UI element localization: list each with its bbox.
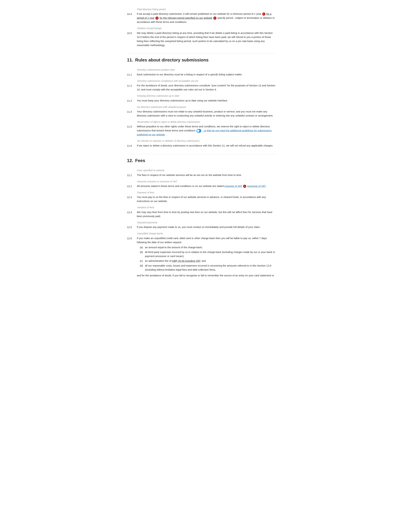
clause-10-5-container: Deletion of paid listings 10.5 We may de… <box>127 26 276 47</box>
clause-12-5-label: Disputed payments <box>137 221 276 224</box>
clause-12-4-label: Variation of fees <box>137 206 276 209</box>
toggle-arrow-icon: › <box>200 129 201 133</box>
clause-11-6-row: 11.6 If we reject or delete a directory … <box>127 144 276 148</box>
clause-11-4-label: No directory submission with unlawful pu… <box>137 105 276 109</box>
clause-12-2-label: Amounts inclusive or exclusive of VAT <box>137 180 276 183</box>
clause-12-3-row: 12.3 You must pay to us the fees in resp… <box>127 195 276 203</box>
clause-11-6-container: No refunds on rejection or deletion of d… <box>127 139 276 148</box>
clause-11-2-container: Directory submissions compliance with ac… <box>127 79 276 92</box>
clause-12-2-inclusive: inclusive of VAT <box>224 184 242 187</box>
clause-11-3-row: 11.3 You must keep your directory submis… <box>127 99 276 103</box>
list-text-c: an administration fee of GBP 25.00 inclu… <box>145 259 206 263</box>
clause-10-5-label: Deletion of paid listings <box>137 26 276 30</box>
clause-11-1-container: Directory submissions positive rules 11.… <box>127 68 276 76</box>
clause-10-4-num: 10.4 <box>127 12 137 24</box>
list-text-b: all third party expenses incurred by us … <box>145 250 276 258</box>
clause-11-1-text: Each submission to our directory must be… <box>137 72 276 77</box>
clause-11-5-row: 11.5 Without prejudice to our other righ… <box>127 124 276 137</box>
clause-12-4-row: 12.4 We may vary fees from time to time … <box>127 210 276 218</box>
clause-10-4-text: If we accept a paid directory submission… <box>137 12 276 24</box>
clause-12-6-list: (a) an amount equal to the amount of the… <box>140 245 276 272</box>
or-badge-12-2: or <box>243 185 246 188</box>
clause-12-4-container: Variation of fees 12.4 We may vary fees … <box>127 206 276 218</box>
clause-12-1-text: The fees in respect of our website servi… <box>137 173 276 177</box>
clause-11-4-text: Your directory submissions must not rela… <box>137 109 276 118</box>
clause-12-6-final: and for the avoidance of doubt, if you f… <box>137 273 276 278</box>
clause-11-4-row: 11.4 Your directory submissions must not… <box>127 109 276 118</box>
clause-12-1-label: Fees specified on website <box>137 168 276 172</box>
clause-10-4-row: 10.4 If we accept a paid directory submi… <box>127 12 276 24</box>
clause-12-6-row: 12.6 If you make an unjustified credit c… <box>127 236 276 278</box>
list-text-a: an amount equal to the amount of the cha… <box>145 245 202 249</box>
clause-12-6-text: If you make an unjustified credit card, … <box>137 236 276 278</box>
list-text-d: all our reasonable costs, losses and exp… <box>145 264 276 272</box>
list-letter-b: (b) <box>140 250 144 258</box>
list-letter-c: (c) <box>140 259 144 263</box>
clause-11-5-text: Without prejudice to our other rights un… <box>137 124 276 137</box>
clause-12-5-num: 12.5 <box>127 225 137 229</box>
clause-11-4-container: No directory submission with unlawful pu… <box>127 105 276 118</box>
clause-11-6-label: No refunds on rejection or deletion of d… <box>137 139 276 143</box>
clause-12-6-label: Unjustified charge-backs <box>137 232 276 235</box>
list-letter-d: (d) <box>140 264 144 272</box>
list-item-a: (a) an amount equal to the amount of the… <box>140 245 276 249</box>
clause-11-4-num: 11.4 <box>127 109 137 118</box>
clause-12-6-num: 12.6 <box>127 236 137 278</box>
or-badge-2: or <box>155 17 158 20</box>
section-11-heading: 11. Rules about directory submissions <box>127 53 276 65</box>
clause-12-1-num: 12.1 <box>127 173 137 177</box>
clause-11-6-num: 11.6 <box>127 144 137 148</box>
clause-11-3-num: 11.3 <box>127 99 137 103</box>
clause-12-5-text: If you dispute any payment made to us, y… <box>137 225 276 229</box>
or-badge-3: or <box>213 17 216 20</box>
section-12-num: 12. <box>127 157 133 164</box>
clause-12-6-intro: If you make an unjustified credit card, … <box>137 237 267 244</box>
list-item-c: (c) an administration fee of GBP 25.00 i… <box>140 259 276 263</box>
clause-11-5-num: 11.5 <box>127 124 137 137</box>
clause-10-4-placeholder: specify period <box>217 16 233 19</box>
clause-12-5-row: 12.5 If you dispute any payment made to … <box>127 225 276 229</box>
toggle-11-5[interactable]: › <box>196 129 201 133</box>
clause-11-1-placeholder: specify listing subject matter <box>210 73 242 76</box>
or-badge-1: or <box>262 13 265 16</box>
section-12-title: Fees <box>135 157 145 164</box>
clause-12-2-num: 12.2 <box>127 184 137 188</box>
clause-11-1-num: 11.1 <box>127 72 137 77</box>
clause-12-3-text: You must pay to us the fees in respect o… <box>137 195 276 203</box>
clause-12-2-text: All amounts stated in these terms and co… <box>137 184 276 188</box>
clause-11-5-label: Reservation of right to reject or delete… <box>137 120 276 124</box>
clause-11-1-row: 11.1 Each submission to our directory mu… <box>127 72 276 77</box>
clause-12-4-num: 12.4 <box>127 210 137 218</box>
clause-12-2-container: Amounts inclusive or exclusive of VAT 12… <box>127 180 276 188</box>
toggle-circle <box>197 130 199 132</box>
clause-10-5-row: 10.5 We may delete a paid directory list… <box>127 31 276 47</box>
clause-12-4-text: We may vary fees from time to time by po… <box>137 210 276 218</box>
clause-11-3-label: Keeping directory submission up to date <box>137 94 276 98</box>
clause-12-5-container: Disputed payments 12.5 If you dispute an… <box>127 221 276 229</box>
clause-11-2-row: 11.2 For the avoidance of doubt, your di… <box>127 83 276 92</box>
clause-11-5-container: Reservation of right to reject or delete… <box>127 120 276 137</box>
clause-12-1-container: Fees specified on website 12.1 The fees … <box>127 168 276 177</box>
gbp-amount: GBP 25.00 including VAT <box>172 260 200 262</box>
clause-12-3-container: Payment of fees 12.3 You must pay to us … <box>127 191 276 203</box>
section-11-title: Rules about directory submissions <box>135 57 208 64</box>
clause-10-4-container: Paid directory listing period 10.4 If we… <box>127 7 276 24</box>
clause-11-6-text: If we reject or delete a directory submi… <box>137 144 276 148</box>
list-item-d: (d) all our reasonable costs, losses and… <box>140 264 276 272</box>
clause-11-2-text: For the avoidance of doubt, your directo… <box>137 83 276 92</box>
clause-10-5-text: We may delete a paid directory listing a… <box>137 31 276 47</box>
clause-10-5-num: 10.5 <box>127 31 137 47</box>
clause-10-4-label: Paid directory listing period <box>137 7 276 11</box>
clause-11-3-container: Keeping directory submission up to date … <box>127 94 276 103</box>
clause-11-2-num: 11.2 <box>127 83 137 92</box>
clause-12-3-label: Payment of fees <box>137 191 276 194</box>
clause-12-2-exclusive: exclusive of VAT <box>247 184 266 187</box>
clause-11-1-label: Directory submissions positive rules <box>137 68 276 72</box>
clause-12-2-row: 12.2 All amounts stated in these terms a… <box>127 184 276 188</box>
list-letter-a: (a) <box>140 245 144 249</box>
clause-12-1-row: 12.1 The fees in respect of our website … <box>127 173 276 177</box>
clause-12-6-container: Unjustified charge-backs 12.6 If you mak… <box>127 232 276 277</box>
clause-11-2-label: Directory submissions compliance with ac… <box>137 79 276 83</box>
clause-11-3-text: You must keep your directory submissions… <box>137 99 276 103</box>
clause-12-3-num: 12.3 <box>127 195 137 203</box>
